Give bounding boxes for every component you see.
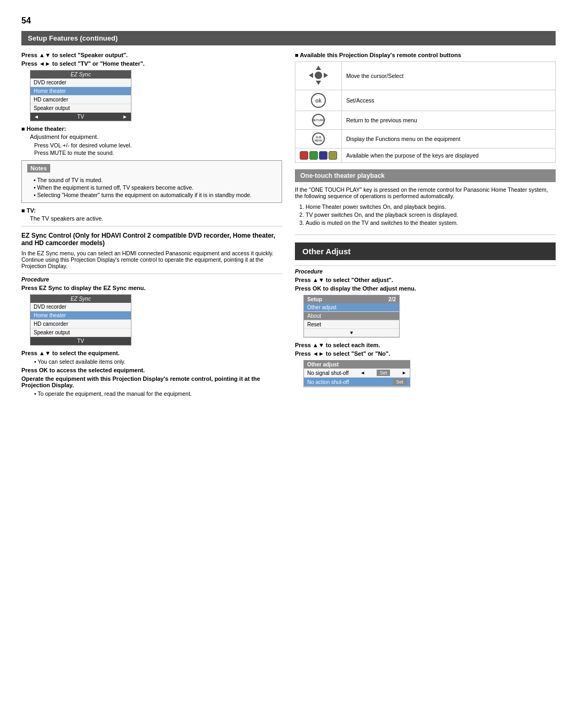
ok-button-icon: ok <box>311 93 326 108</box>
arrow-right-icon: ► <box>122 114 128 120</box>
ez-procedure-label: Procedure <box>21 273 282 283</box>
oa-row1-arrow-left: ◄ <box>360 370 365 375</box>
dpad-center <box>315 72 322 79</box>
right-column: ■ Available this Projection Display's re… <box>295 52 556 398</box>
remote-title: ■ Available this Projection Display's re… <box>295 52 556 58</box>
one-touch-steps: Home Theater power switches On, and play… <box>306 203 556 226</box>
remote-dpad-desc: Move the cursor/Select <box>342 62 556 90</box>
remote-color-cell <box>295 148 342 163</box>
one-touch-step3: Audio is muted on the TV and switches to… <box>306 220 556 226</box>
ezsync-body: In the EZ Sync menu, you can select an H… <box>21 250 282 269</box>
oa-step4: Press ◄► to select "Set" or "No". <box>295 350 556 357</box>
submenu-button-icon: SUB MENU <box>312 132 325 145</box>
remote-return-desc: Return to the previous menu <box>342 111 556 130</box>
remote-return-cell: RETURN <box>295 111 342 130</box>
page-number: 54 <box>21 16 556 26</box>
menu-item-home: Home theater <box>30 87 131 96</box>
menu-title: EZ Sync <box>30 71 131 79</box>
oa-step1: Press ▲▼ to select "Other adjust". <box>295 277 556 283</box>
remote-submenu-desc: Display the Functions menu on the equipm… <box>342 130 556 148</box>
oa-row1-arrow-right: ► <box>402 370 407 375</box>
notes-box: Notes The sound of TV is muted. When the… <box>21 160 282 203</box>
oa-submenu-box: Other adjust No signal shut-off ◄ Set ► … <box>303 360 410 387</box>
oa-row1-label: No signal shut-off <box>307 370 349 376</box>
oa-step3: Press ▲▼ to select each item. <box>295 342 556 348</box>
oa-step2: Press OK to display the Other adjust men… <box>295 285 556 292</box>
ez-menu-box: EZ Sync DVD recorder Home theater HD cam… <box>30 294 131 346</box>
ez-menu-tv: TV <box>30 337 131 345</box>
ez-step4: Operate the equipment with this Projecti… <box>21 375 282 388</box>
tv-label: TV <box>77 114 84 120</box>
remote-row-return: RETURN Return to the previous menu <box>295 111 556 130</box>
note-2: When the equipment is turned off, TV spe… <box>34 184 276 191</box>
one-touch-step1: Home Theater power switches On, and play… <box>306 203 556 210</box>
step2-text: Press ▲▼ to select "Speaker output". <box>21 52 282 58</box>
setup-features-header: Setup Features (continued) <box>21 31 556 45</box>
remote-dpad-cell <box>295 62 342 90</box>
setup-arrow-down: ▼ <box>304 329 399 337</box>
left-column: Press ▲▼ to select "Speaker output". Pre… <box>21 52 282 398</box>
ez-menu-hd: HD camcorder <box>30 320 131 328</box>
home-theater-adj: Adjustment for equipment. <box>30 134 282 140</box>
ez-step4-note: • To operate the equipment, read the man… <box>34 390 282 397</box>
dpad-left-arrow <box>309 73 313 78</box>
return-button-icon: RETURN <box>312 114 325 127</box>
remote-submenu-cell: SUB MENU <box>295 130 342 148</box>
setup-menu-label: Setup <box>307 296 322 302</box>
setup-item-other: Other adjust <box>304 303 399 312</box>
other-adjust-header: Other Adjust <box>295 242 556 260</box>
dpad-up-arrow <box>316 66 321 70</box>
ez-step3: Press OK to access the selected equipmen… <box>21 367 282 373</box>
oa-row2-label: No action shut-off <box>307 379 349 385</box>
dpad-down-arrow <box>316 81 321 85</box>
ezsync-title: EZ Sync Control (Only for HDAVI Control … <box>21 232 282 247</box>
setup-item-reset: Reset <box>304 320 399 329</box>
ez-menu-dvd: DVD recorder <box>30 303 131 311</box>
home-theater-label: Home theater: <box>21 126 282 132</box>
dpad-icon <box>308 65 329 86</box>
ez-menu-title: EZ Sync <box>30 295 131 303</box>
oa-row2-value: Set <box>393 379 407 385</box>
remote-color-desc: Available when the purpose of the keys a… <box>342 148 556 163</box>
remote-ok-cell: ok <box>295 90 342 111</box>
arrow-left-icon: ◄ <box>34 114 39 120</box>
oa-row1-value: Set <box>377 370 391 376</box>
notes-title: Notes <box>27 164 50 173</box>
speaker-menu-box: EZ Sync DVD recorder Home theater HD cam… <box>30 70 131 121</box>
setup-item-about: About <box>304 312 399 320</box>
one-touch-header: One-touch theater playback <box>295 169 556 182</box>
remote-table: Move the cursor/Select ok Set/Access RET… <box>295 61 556 163</box>
note-1: The sound of TV is muted. <box>34 177 276 183</box>
color-btn-g <box>309 151 318 160</box>
ez-menu-speaker: Speaker output <box>30 328 131 337</box>
color-btn-b <box>319 151 328 160</box>
oa-row-2: No action shut-off Set <box>304 378 410 387</box>
dpad-right-arrow <box>324 73 328 78</box>
color-buttons-icon <box>300 151 337 160</box>
one-touch-step2: TV power switches On, and the playback s… <box>306 212 556 218</box>
setup-menu-box: Setup 2/2 Other adjust About Reset ▼ <box>303 295 400 338</box>
ez-step1: Press EZ Sync to display the EZ Sync men… <box>21 285 282 291</box>
one-touch-intro: If the "ONE TOUCH PLAY" key is pressed o… <box>295 186 556 199</box>
remote-ok-desc: Set/Access <box>342 90 556 111</box>
ez-menu-home: Home theater <box>30 311 131 320</box>
remote-row-color: Available when the purpose of the keys a… <box>295 148 556 163</box>
color-btn-y <box>329 151 337 160</box>
other-adjust-procedure-label: Procedure <box>295 265 556 275</box>
remote-row-submenu: SUB MENU Display the Functions menu on t… <box>295 130 556 148</box>
ez-step2: Press ▲▼ to select the equipment. <box>21 350 282 356</box>
setup-menu-title: Setup 2/2 <box>304 295 399 303</box>
setup-menu-page: 2/2 <box>388 296 396 302</box>
remote-row-dpad: Move the cursor/Select <box>295 62 556 90</box>
home-theater-mute: Press MUTE to mute the sound. <box>34 150 282 156</box>
remote-row-ok: ok Set/Access <box>295 90 556 111</box>
ez-tv-label: TV <box>77 338 84 344</box>
color-btn-r <box>300 151 308 160</box>
home-theater-vol: Press VOL +/- for desired volume level. <box>34 142 282 148</box>
tv-label-section: TV: <box>21 207 282 214</box>
oa-submenu-title: Other adjust <box>304 361 410 369</box>
note-3: Selecting "Home theater" turns the equip… <box>34 192 276 198</box>
menu-item-tv: ◄ TV ► <box>30 113 131 121</box>
menu-item-dvd: DVD recorder <box>30 79 131 87</box>
menu-item-speaker: Speaker output <box>30 104 131 113</box>
